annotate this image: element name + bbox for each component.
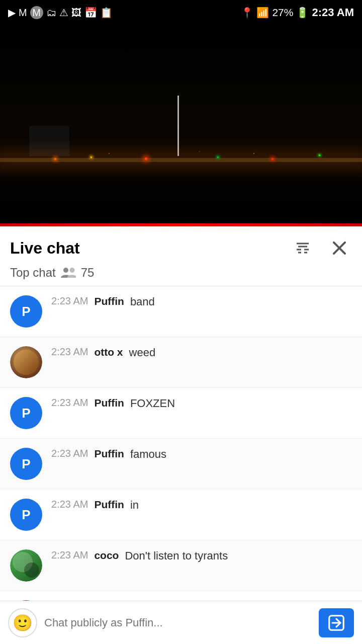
battery-icon: 🔋 (296, 7, 309, 19)
live-chat-container: Live chat Top chat (0, 226, 362, 644)
message-content: 2:23 AM Puffin band (51, 295, 352, 308)
flagpole (177, 96, 179, 156)
message-content: 2:23 AM Puffin famous (51, 448, 352, 461)
close-icon (330, 238, 349, 258)
svg-point-8 (63, 268, 68, 273)
app-icon: M (30, 6, 43, 19)
avatar: P (10, 448, 42, 480)
message-author: Puffin (94, 499, 124, 511)
wifi-icon: 📶 (256, 7, 269, 19)
message-content: 2:23 AM Puffin FOXZEN (51, 397, 352, 410)
message-time: 2:23 AM (51, 397, 88, 409)
message-text: band (130, 295, 352, 308)
close-button[interactable] (327, 235, 352, 261)
person-icon (61, 267, 76, 279)
calendar-icon: 📅 (84, 7, 97, 19)
status-bar-right: 📍 📶 27% 🔋 2:23 AM (241, 6, 354, 19)
filter-icon (294, 239, 312, 257)
chat-message: 2:23 AM coco Don't listen to tyrants (0, 540, 362, 591)
chat-message: P 2:23 AM Puffin famous (0, 439, 362, 490)
avatar (10, 346, 42, 378)
live-chat-title: Live chat (10, 239, 80, 258)
send-icon (327, 613, 346, 632)
message-text: in (130, 499, 352, 512)
light8 (199, 151, 200, 152)
svg-point-9 (69, 268, 74, 273)
youtube-progress-bar (0, 223, 362, 226)
avatar: P (10, 295, 42, 328)
light6 (319, 154, 320, 156)
chat-message: P 2:23 AM Puffin band (0, 286, 362, 337)
light5 (272, 158, 274, 160)
light4 (217, 156, 219, 158)
viewer-icon (61, 267, 76, 279)
folder-icon: 🗂 (46, 7, 56, 19)
light3 (145, 157, 147, 160)
message-time: 2:23 AM (51, 295, 88, 307)
clipboard-icon: 📋 (100, 7, 113, 19)
message-author: Puffin (94, 448, 124, 460)
video-content (0, 25, 362, 226)
avatar (10, 549, 42, 582)
time-display: 2:23 AM (312, 6, 354, 19)
message-time: 2:23 AM (51, 499, 88, 510)
battery-text: 27% (272, 7, 293, 19)
emoji-button[interactable]: 🙂 (8, 608, 37, 637)
message-time: 2:23 AM (51, 549, 88, 561)
video-player[interactable] (0, 25, 362, 226)
light2 (90, 156, 92, 158)
live-chat-header: Live chat (0, 226, 362, 264)
message-text: famous (130, 448, 352, 461)
message-content: 2:23 AM otto x weed (51, 346, 352, 359)
light9 (253, 153, 254, 154)
status-bar: ▶ M M 🗂 ⚠ 🖼 📅 📋 📍 📶 27% 🔋 2:23 AM (0, 0, 362, 25)
message-text: weed (129, 346, 352, 359)
top-chat-label: Top chat (10, 266, 56, 280)
viewer-count: 75 (81, 266, 95, 280)
message-content: 2:23 AM Puffin in (51, 499, 352, 512)
top-chat-row: Top chat 75 (0, 264, 362, 286)
avatar: P (10, 397, 42, 429)
message-text: Don't listen to tyrants (125, 549, 352, 562)
header-icons (291, 235, 352, 261)
image-icon: 🖼 (71, 7, 81, 19)
chat-message: P 2:23 AM Puffin in (0, 490, 362, 540)
messenger-icon: M (19, 7, 27, 19)
message-time: 2:23 AM (51, 448, 88, 459)
message-time: 2:23 AM (51, 346, 88, 358)
chat-messages-list: P 2:23 AM Puffin band 2:23 AM otto x wee… (0, 286, 362, 644)
message-content: 2:23 AM coco Don't listen to tyrants (51, 549, 352, 562)
filter-button[interactable] (291, 236, 315, 260)
status-bar-left: ▶ M M 🗂 ⚠ 🖼 📅 📋 (8, 6, 113, 19)
message-author: Puffin (94, 397, 124, 409)
chat-message: 2:23 AM otto x weed (0, 337, 362, 388)
message-text: FOXZEN (130, 397, 352, 410)
chat-message: P 2:23 AM Puffin FOXZEN (0, 388, 362, 439)
chat-input[interactable] (44, 608, 312, 637)
light7 (109, 153, 110, 154)
message-author: otto x (94, 346, 123, 358)
avatar: P (10, 499, 42, 531)
youtube-icon: ▶ (8, 7, 16, 19)
building-silhouette (29, 126, 69, 156)
light1 (54, 158, 56, 160)
emoji-icon: 🙂 (13, 613, 33, 632)
warning-icon: ⚠ (59, 7, 68, 19)
message-author: coco (94, 549, 119, 561)
location-icon: 📍 (241, 7, 253, 19)
send-button[interactable] (319, 608, 354, 637)
message-author: Puffin (94, 295, 124, 307)
chat-input-area: 🙂 (0, 601, 362, 644)
